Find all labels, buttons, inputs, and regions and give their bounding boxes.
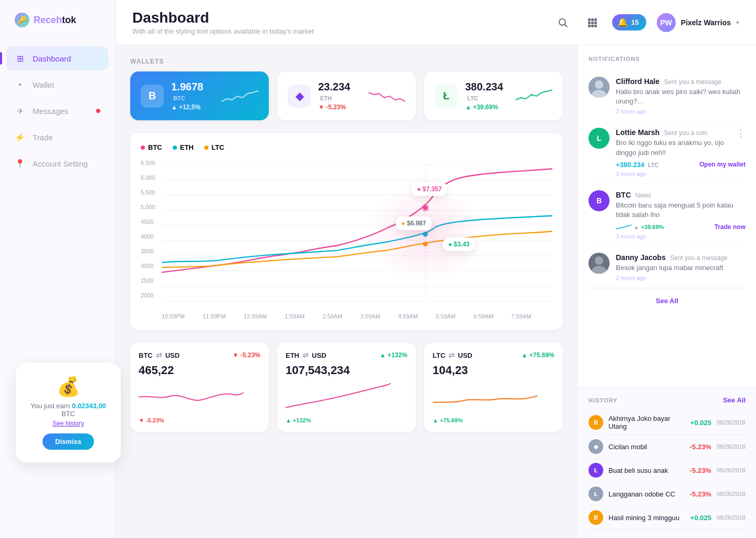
notifications-button[interactable]: 🔔 15	[612, 14, 646, 30]
dismiss-button[interactable]: Dismiss	[43, 433, 94, 450]
btc-amount-row: 1.9678 BTC	[171, 81, 214, 102]
svg-line-1	[565, 25, 567, 27]
history-item-name-3: Buat beli susu anak	[608, 467, 685, 474]
history-header: HISTORY See All	[589, 396, 746, 404]
btc-notif-name: BTC	[616, 191, 631, 199]
clifford-name: Clifford Hale	[616, 77, 659, 86]
chart-svg	[162, 160, 552, 307]
eth-pct: ▲ +132%	[286, 417, 407, 423]
wallet-card-ltc[interactable]: Ł 380.234 LTC ▲+39.69%	[424, 71, 563, 120]
btc-pct: ▼ -5.23%	[139, 417, 260, 423]
y-axis: 6.500 6.000 5.500 5.000 4500 4000 3500 3…	[141, 160, 155, 309]
danny-avatar	[589, 253, 610, 274]
history-ltc-icon-4: Ł	[589, 487, 603, 501]
btc-notif-avatar: B	[589, 190, 610, 211]
ltc-card-header: LTC ⇄ USD ▲ +75.69%	[433, 351, 554, 359]
content-area: WALLETS B 1.9678 BTC ▲+12,5%	[116, 45, 756, 538]
sidebar-item-trade[interactable]: ⚡ Trade	[6, 125, 109, 149]
sidebar-item-label: Wallet	[33, 80, 54, 89]
history-eth-icon-3: Ł	[589, 463, 603, 478]
danny-message: Besok jangan lupa mabar minecraft	[616, 263, 746, 273]
ltc-pair-change: ▲ +75.69%	[521, 351, 554, 359]
btc-notif-body: BTC News Bitcoin baru saja menguat 5 poi…	[616, 190, 746, 240]
history-item-name-1: Akhirnya Joko bayar Utang	[608, 415, 685, 430]
eth-pair: ETH ⇄ USD	[286, 351, 326, 359]
see-history-link[interactable]: See history	[28, 420, 108, 427]
danny-name: Danny Jacobs	[616, 253, 666, 262]
see-all-notifications-button[interactable]: See All	[589, 288, 746, 313]
btc-icon: B	[141, 85, 164, 108]
btc-mini-sparkline: ▲ +39.69%	[616, 223, 664, 231]
svg-point-26	[367, 184, 484, 282]
wallets-grid: B 1.9678 BTC ▲+12,5%	[130, 71, 563, 120]
sidebar-item-messages[interactable]: ✈ Messages	[6, 99, 109, 123]
sidebar-item-account[interactable]: 📍 Account Setting	[6, 151, 109, 175]
lottie-avatar: L	[589, 128, 610, 149]
history-item-3: Ł Buat beli susu anak -5.23% 08/26/2018	[589, 459, 746, 482]
chart-section: BTC ETH LTC 6.500 6.000	[130, 133, 563, 330]
logo-area: 🔑 Recehtok	[0, 13, 115, 46]
sidebar-item-wallet[interactable]: ▪ Wallet	[6, 73, 109, 97]
dashboard-icon: ⊞	[15, 53, 25, 64]
bottom-card-eth: ETH ⇄ USD ▲ +132% 107,543,234 ▲ +132%	[277, 343, 416, 432]
trade-icon: ⚡	[15, 132, 25, 142]
svg-point-28	[595, 80, 603, 89]
sidebar-item-label: Account Setting	[33, 159, 88, 168]
ltc-pair: LTC ⇄ USD	[433, 351, 472, 359]
legend-btc: BTC	[141, 143, 162, 151]
btc-change: ▲+12,5%	[171, 104, 214, 111]
eth-pair-value: 107,543,234	[286, 364, 407, 377]
chevron-down-icon: ▾	[736, 19, 739, 26]
history-date-2: 08/26/2018	[717, 443, 746, 450]
ltc-currency: LTC	[467, 95, 478, 101]
open-wallet-link[interactable]: Open my wallet	[699, 161, 746, 168]
header: Dashboard With all of the styling tool o…	[116, 0, 756, 45]
history-ltc-icon-2: ◆	[589, 439, 603, 454]
history-see-all-button[interactable]: See All	[723, 396, 746, 404]
lottie-extra: +380.234 LTC Open my wallet	[616, 161, 746, 169]
lottie-more-button[interactable]: ⋮	[736, 128, 746, 139]
notifications-title: NOTIFICATIONS	[589, 56, 746, 62]
history-date-1: 08/26/2018	[717, 419, 746, 426]
earn-amount: 0.02343,00	[72, 402, 106, 410]
btc-pair: BTC ⇄ USD	[139, 351, 180, 359]
sidebar-item-dashboard[interactable]: ⊞ Dashboard	[6, 46, 109, 70]
sidebar: 🔑 Recehtok ⊞ Dashboard ▪ Wallet ✈ Messag…	[0, 0, 116, 538]
clifford-message: Hallo bro anak wes piro saiki? wes kulia…	[616, 87, 746, 106]
chart-container: 6.500 6.000 5.500 5.000 4500 4000 3500 3…	[141, 160, 552, 309]
history-date-5: 08/26/2018	[717, 514, 746, 521]
btc-currency: BTC	[173, 95, 185, 101]
wallet-card-btc[interactable]: B 1.9678 BTC ▲+12,5%	[130, 71, 269, 120]
eth-sparkline	[369, 88, 405, 104]
history-amount-2: -5.23%	[690, 443, 711, 451]
btc-amount: 1.9678	[171, 81, 203, 92]
page-subtitle: With all of the styling tool options ava…	[132, 27, 314, 35]
wallets-section: WALLETS B 1.9678 BTC ▲+12,5%	[130, 58, 563, 120]
history-amount-3: -5.23%	[690, 467, 711, 474]
logo-icon: 🔑	[15, 13, 29, 27]
svg-rect-5	[588, 22, 591, 24]
active-indicator	[0, 52, 2, 65]
lottie-message: Bro iki nggo tuku es anakmu yo, ojo ding…	[616, 138, 746, 157]
search-button[interactable]	[553, 13, 572, 32]
eth-amount: 23.234	[318, 81, 350, 92]
ltc-change: ▲+39.69%	[465, 104, 508, 111]
chart-legend: BTC ETH LTC	[141, 143, 552, 151]
eth-pair-sparkline	[286, 381, 391, 413]
main-panel: WALLETS B 1.9678 BTC ▲+12,5%	[116, 45, 578, 538]
danny-body: Danny Jacobs Sent you a message Besok ja…	[616, 253, 746, 281]
user-avatar: PW	[657, 13, 676, 32]
grid-menu-button[interactable]	[583, 13, 602, 32]
messages-icon: ✈	[15, 106, 25, 116]
trade-now-link[interactable]: Trade now	[715, 223, 746, 231]
svg-point-0	[559, 19, 565, 25]
lottie-coin-currency: LTC	[648, 162, 659, 168]
exchange-icon2: ⇄	[302, 351, 309, 359]
user-area[interactable]: PW Pixelz Warrios ▾	[657, 13, 739, 32]
svg-rect-8	[588, 25, 591, 27]
notification-item-lottie: L Lottie Marsh Sent you a coin Bro iki n…	[589, 121, 746, 183]
bottom-card-ltc: LTC ⇄ USD ▲ +75.69% 104,23 ▲ +75.69%	[424, 343, 563, 432]
clifford-avatar	[589, 77, 610, 98]
btc-pair-sparkline	[139, 381, 244, 413]
wallet-card-eth[interactable]: ◆ 23.234 ETH ▼-5.23%	[277, 71, 416, 120]
